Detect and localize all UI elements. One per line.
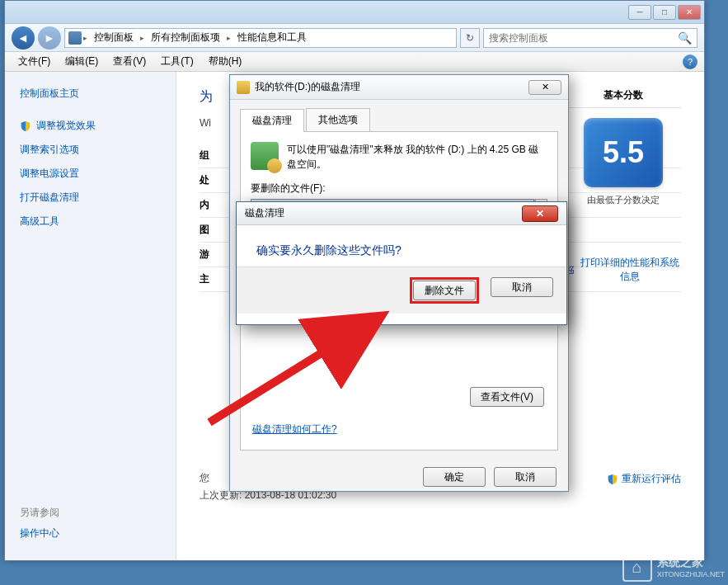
disk-cleanup-icon [237,81,250,94]
minimize-button[interactable]: ─ [628,5,651,20]
sidebar-item-index[interactable]: 调整索引选项 [5,138,176,162]
sidebar-footer-label: 另请参阅 [20,506,161,520]
menu-help[interactable]: 帮助(H) [202,53,249,70]
cancel-button[interactable]: 取消 [494,467,557,487]
rerun-assessment-link[interactable]: 重新运行评估 [607,472,681,486]
confirm-titlebar: 磁盘清理 ✕ [237,202,566,225]
search-box[interactable]: 🔍 [483,28,697,48]
navbar: ◄ ► ▸ 控制面板 ▸ 所有控制面板项 ▸ 性能信息和工具 ↻ 🔍 [5,24,704,52]
sidebar-item-diskcleanup[interactable]: 打开磁盘清理 [5,186,176,210]
confirm-button-row: 删除文件 取消 [237,267,566,314]
files-to-delete-label: 要删除的文件(F): [251,182,547,196]
chevron-right-icon: ▸ [227,34,231,42]
ok-button[interactable]: 确定 [423,467,486,487]
help-icon[interactable]: ? [683,54,697,69]
refresh-button[interactable]: ↻ [460,28,480,48]
maximize-button[interactable]: □ [653,5,676,20]
dialog-title: 我的软件(D:)的磁盘清理 [255,80,528,94]
sidebar: 控制面板主页 调整视觉效果 调整索引选项 调整电源设置 打开磁盘清理 高级工具 … [5,72,176,560]
shield-icon [20,120,31,132]
sidebar-item-home[interactable]: 控制面板主页 [5,82,176,106]
score-caption: 由最低子分数决定 [566,194,681,206]
confirm-title: 磁盘清理 [245,206,522,220]
wei-score-badge: 5.5 [584,118,663,187]
shield-icon [607,474,618,485]
sidebar-action-center-link[interactable]: 操作中心 [20,526,161,540]
confirm-delete-dialog: 磁盘清理 ✕ 确实要永久删除这些文件吗? 删除文件 取消 [236,201,567,325]
search-input[interactable] [489,32,678,44]
sidebar-item-advanced[interactable]: 高级工具 [5,210,176,234]
tabs: 磁盘清理 其他选项 [240,108,558,132]
print-details-link[interactable]: 🖨 打印详细的性能和系统信息 [566,256,681,284]
dialog-button-row: 确定 取消 [230,459,568,495]
menu-view[interactable]: 查看(V) [106,53,153,70]
breadcrumb[interactable]: ▸ 控制面板 ▸ 所有控制面板项 ▸ 性能信息和工具 [64,28,457,48]
menu-tools[interactable]: 工具(T) [154,53,200,70]
tutorial-highlight: 删除文件 [410,277,479,304]
confirm-close-button[interactable]: ✕ [522,205,558,222]
watermark-logo-icon: ⌂ [622,552,652,582]
intro-text: 可以使用"磁盘清理"来释放 我的软件 (D:) 上的 4.25 GB 磁盘空间。 [287,142,547,172]
breadcrumb-seg-0[interactable]: 控制面板 [89,31,139,45]
dialog-titlebar: 我的软件(D:)的磁盘清理 ✕ [230,75,568,100]
sidebar-item-visual[interactable]: 调整视觉效果 [5,114,176,138]
breadcrumb-seg-2[interactable]: 性能信息和工具 [232,31,312,45]
titlebar: ─ □ ✕ [5,1,704,24]
how-diskcleanup-works-link[interactable]: 磁盘清理如何工作? [252,422,337,436]
breadcrumb-seg-1[interactable]: 所有控制面板项 [146,31,225,45]
window-close-button[interactable]: ✕ [678,5,701,20]
menu-edit[interactable]: 编辑(E) [59,53,105,70]
menu-file[interactable]: 文件(F) [12,53,57,70]
chevron-right-icon: ▸ [83,34,87,42]
tab-diskcleanup[interactable]: 磁盘清理 [240,109,304,132]
confirm-message: 确实要永久删除这些文件吗? [256,243,547,258]
search-icon: 🔍 [678,31,692,45]
nav-back-button[interactable]: ◄ [12,26,35,50]
delete-files-button[interactable]: 删除文件 [413,281,476,300]
disk-brush-icon [251,142,279,170]
menubar: 文件(F) 编辑(E) 查看(V) 工具(T) 帮助(H) ? [5,52,704,72]
score-column: 基本分数 5.5 由最低子分数决定 🖨 打印详细的性能和系统信息 [566,88,681,284]
nav-forward-button[interactable]: ► [38,26,61,50]
chevron-right-icon: ▸ [140,34,144,42]
watermark: ⌂ 系统之家 XITONGZHIJIA.NET [622,552,725,582]
computer-icon [68,31,82,45]
confirm-cancel-button[interactable]: 取消 [491,277,553,297]
sidebar-item-power[interactable]: 调整电源设置 [5,162,176,186]
dialog-close-button[interactable]: ✕ [528,80,561,95]
score-header: 基本分数 [566,88,681,108]
view-files-button[interactable]: 查看文件(V) [470,387,544,407]
tab-other-options[interactable]: 其他选项 [306,108,370,131]
sidebar-footer: 另请参阅 操作中心 [5,496,176,550]
